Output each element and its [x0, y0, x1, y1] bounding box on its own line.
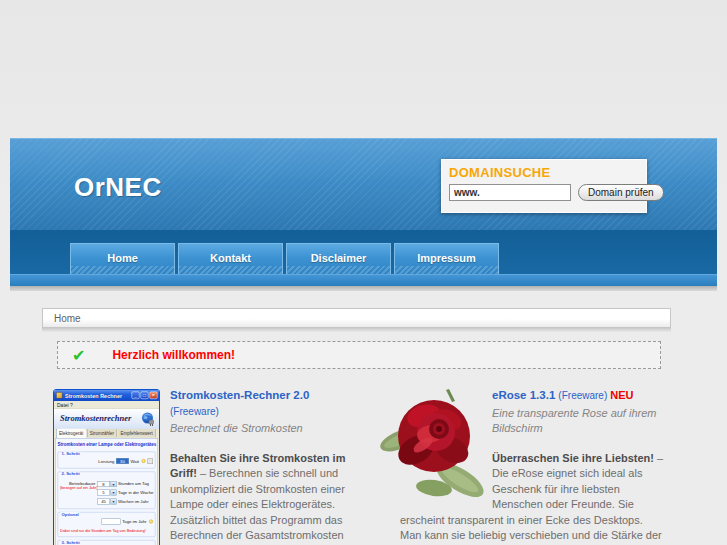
rose-image — [400, 388, 492, 504]
dropdown-arrow-icon: ▼ — [111, 498, 117, 504]
nav-tab-disclaimer[interactable]: Disclaimer — [286, 243, 391, 274]
product-erose: eRose 1.3.1 (Freeware) NEU Eine transpar… — [400, 388, 666, 545]
product-lead: Überraschen Sie ihre Liebsten! — [492, 452, 654, 464]
xp-leistung-unit: Watt — [130, 457, 139, 465]
globe-plug-icon — [141, 412, 155, 428]
xp-daysyear-unit: Tage im Jahr — [122, 518, 146, 526]
xp-days-unit: Tage in der Woche — [118, 489, 153, 497]
xp-close-icon: × — [150, 392, 158, 400]
xp-leistung-input: 30 — [116, 458, 129, 464]
xp-step3-label: 3. Schritt — [61, 540, 81, 544]
domain-search-widget: DOMAINSUCHE Domain prüfen — [441, 159, 647, 213]
header-shadow-strip — [10, 286, 717, 291]
xp-maximize-icon: □ — [141, 392, 149, 400]
bulb-icon — [149, 520, 153, 524]
xp-daysyear-input — [102, 519, 121, 525]
breadcrumb[interactable]: Home — [42, 308, 671, 328]
welcome-banner: ✔ Herzlich willkommen! — [57, 341, 661, 369]
xp-weeks-input: 45 — [97, 498, 110, 504]
xp-body: Stromkosten einer Lampe oder Elektrogerä… — [55, 438, 158, 545]
xp-menubar: Datei ? — [54, 401, 159, 409]
xp-tab-stromzaehler: Stromzähler — [87, 428, 117, 438]
nav-tab-impressum[interactable]: Impressum — [394, 243, 499, 274]
domain-check-button[interactable]: Domain prüfen — [578, 184, 664, 201]
product-title-link[interactable]: eRose 1.3.1 — [492, 389, 555, 401]
check-icon: ✔ — [72, 346, 85, 365]
xp-info-button — [148, 458, 154, 464]
xp-minimize-icon: _ — [132, 392, 140, 400]
xp-hours-unit: Stunden am Tag — [118, 480, 153, 488]
xp-step2-label: 2. Schritt — [61, 472, 81, 476]
site-logo: OrNEC — [74, 172, 162, 203]
xp-app-icon — [56, 392, 63, 399]
xp-step2-group: 2. Schritt (bezogen auf ein Jahr) Betrie… — [58, 472, 156, 509]
nav-tab-home[interactable]: Home — [70, 243, 175, 274]
page-container: OrNEC DOMAINSUCHE Domain prüfen Home Kon… — [10, 138, 717, 291]
xp-heading: Stromkosten einer Lampe oder Elektrogerä… — [58, 441, 156, 449]
dropdown-arrow-icon: ▼ — [111, 490, 117, 496]
xp-step3-group: 3. Schritt Strompreis 14,2 Cent/kWh — [58, 540, 156, 545]
welcome-message: Herzlich willkommen! — [112, 348, 235, 362]
domain-search-input[interactable] — [449, 184, 571, 201]
product-title-link[interactable]: Stromkosten-Rechner 2.0 — [170, 389, 309, 401]
product-license: (Freeware) — [170, 406, 219, 417]
xp-step1-group: 1. Schritt Leistung 30 Watt — [58, 451, 156, 468]
domain-search-title: DOMAINSUCHE — [449, 165, 639, 180]
xp-app-header: Stromkostenrechner — [54, 409, 159, 429]
stromkosten-rechner-screenshot: Stromkosten Rechner _ □ × Datei ? Stromk… — [53, 389, 160, 545]
xp-step1-label: 1. Schritt — [61, 451, 81, 455]
site-header: OrNEC DOMAINSUCHE Domain prüfen — [10, 138, 717, 230]
xp-app-title: Stromkostenrechner — [60, 414, 131, 422]
main-navigation: Home Kontakt Disclaimer Impressum — [10, 230, 717, 274]
xp-optional-warning: Dabei sind nur die Stunden am Tag von Be… — [60, 527, 153, 535]
breadcrumb-shadow — [42, 328, 671, 332]
dropdown-arrow-icon: ▼ — [111, 481, 117, 487]
xp-tab-empfehlenswert: Empfehlenswert — [118, 428, 156, 438]
xp-step2-note: (bezogen auf ein Jahr) — [60, 484, 98, 492]
xp-leistung-label: Leistung — [98, 457, 114, 465]
xp-optional-group: Optional Tage im Jahr Dabei sind nur die… — [58, 512, 156, 537]
new-badge: NEU — [610, 389, 633, 401]
product-license: (Freeware) — [558, 390, 607, 401]
xp-hours-input: 8 — [97, 481, 110, 487]
nav-bottom-strip — [10, 274, 717, 286]
product-stromkosten-rechner: Stromkosten Rechner _ □ × Datei ? Stromk… — [53, 388, 349, 545]
xp-optional-label: Optional — [61, 512, 80, 516]
nav-tab-kontakt[interactable]: Kontakt — [178, 243, 283, 274]
xp-window-title: Stromkosten Rechner — [65, 393, 122, 399]
product-description-text: – Berechnen sie schnell und unkomplizier… — [170, 467, 345, 545]
xp-days-input: 5 — [97, 490, 110, 496]
xp-titlebar: Stromkosten Rechner _ □ × — [54, 390, 159, 401]
xp-weeks-unit: Wochen im Jahr — [118, 498, 153, 506]
bulb-icon — [142, 459, 146, 463]
xp-tab-elektrogeraet: Elektrogerät — [56, 428, 86, 438]
content-columns: Stromkosten Rechner _ □ × Datei ? Stromk… — [0, 388, 727, 545]
xp-tabs: Elektrogerät Stromzähler Empfehlenswert — [54, 429, 159, 438]
